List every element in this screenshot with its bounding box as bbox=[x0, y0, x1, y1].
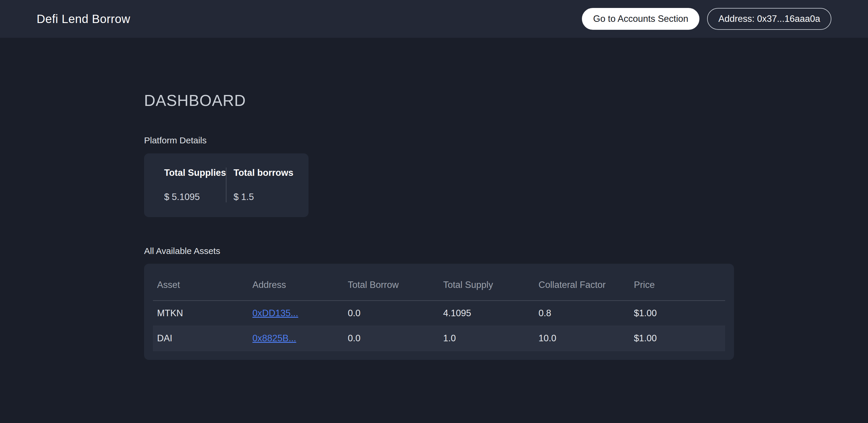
address-cell: 0xDD135... bbox=[248, 301, 344, 326]
address-cell: 0x8825B... bbox=[248, 326, 344, 351]
platform-details-card: Total Supplies $ 5.1095 Total borrows $ … bbox=[144, 153, 309, 217]
main-content: DASHBOARD Platform Details Total Supplie… bbox=[0, 92, 868, 395]
asset-cell: MTKN bbox=[153, 301, 248, 326]
total-supplies-title: Total Supplies bbox=[164, 167, 226, 178]
page-title: DASHBOARD bbox=[144, 92, 868, 109]
total-borrows-title: Total borrows bbox=[234, 167, 293, 178]
brand-title: Defi Lend Borrow bbox=[37, 12, 130, 26]
collateral-factor-cell: 10.0 bbox=[534, 326, 630, 351]
column-header-collateral-factor: Collateral Factor bbox=[534, 272, 630, 301]
asset-address-link[interactable]: 0x8825B... bbox=[252, 333, 296, 344]
price-cell: $1.00 bbox=[630, 326, 725, 351]
wallet-address-button[interactable]: Address: 0x37...16aaa0a bbox=[707, 8, 831, 30]
total-supply-cell: 1.0 bbox=[439, 326, 534, 351]
total-supplies-value: $ 5.1095 bbox=[164, 192, 226, 202]
asset-address-link[interactable]: 0xDD135... bbox=[252, 308, 298, 318]
navbar-actions: Go to Accounts Section Address: 0x37...1… bbox=[582, 8, 831, 30]
platform-details-label: Platform Details bbox=[144, 135, 868, 145]
table-row: DAI 0x8825B... 0.0 1.0 10.0 $1.00 bbox=[153, 326, 725, 351]
table-header-row: Asset Address Total Borrow Total Supply … bbox=[153, 272, 725, 301]
column-header-address: Address bbox=[248, 272, 344, 301]
total-borrows-stat: Total borrows $ 1.5 bbox=[226, 167, 293, 202]
collateral-factor-cell: 0.8 bbox=[534, 301, 630, 326]
column-header-price: Price bbox=[630, 272, 725, 301]
total-supplies-stat: Total Supplies $ 5.1095 bbox=[144, 167, 226, 202]
all-available-assets-label: All Available Assets bbox=[144, 246, 868, 256]
total-borrows-value: $ 1.5 bbox=[234, 192, 293, 202]
column-header-total-borrow: Total Borrow bbox=[344, 272, 439, 301]
total-borrow-cell: 0.0 bbox=[344, 301, 439, 326]
table-row: MTKN 0xDD135... 0.0 4.1095 0.8 $1.00 bbox=[153, 301, 725, 326]
assets-table-card: Asset Address Total Borrow Total Supply … bbox=[144, 264, 734, 360]
total-borrow-cell: 0.0 bbox=[344, 326, 439, 351]
price-cell: $1.00 bbox=[630, 301, 725, 326]
column-header-asset: Asset bbox=[153, 272, 248, 301]
go-to-accounts-button[interactable]: Go to Accounts Section bbox=[582, 8, 700, 30]
asset-cell: DAI bbox=[153, 326, 248, 351]
navbar: Defi Lend Borrow Go to Accounts Section … bbox=[0, 0, 868, 38]
column-header-total-supply: Total Supply bbox=[439, 272, 534, 301]
assets-table: Asset Address Total Borrow Total Supply … bbox=[153, 272, 725, 351]
total-supply-cell: 4.1095 bbox=[439, 301, 534, 326]
